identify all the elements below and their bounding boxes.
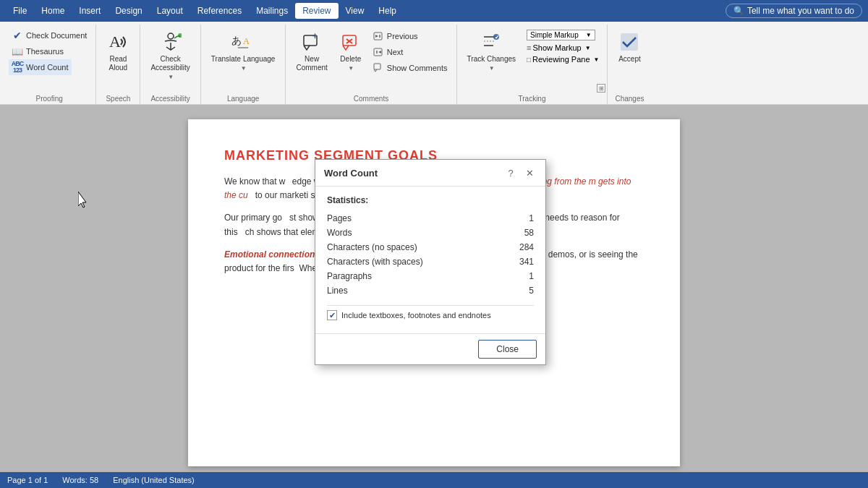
svg-text:✔: ✔ [495, 35, 499, 40]
stats-row: Paragraphs1 [327, 269, 534, 283]
status-page-info: Page 1 of 1 [7, 476, 48, 484]
changes-group-label: Changes [613, 95, 645, 104]
dialog-help-button[interactable]: ? [503, 166, 518, 180]
thesaurus-label: Thesaurus [26, 47, 64, 56]
simple-markup-select[interactable]: Simple Markup ▼ [527, 30, 595, 40]
show-markup-icon: ≡ [527, 43, 531, 52]
previous-comment-button[interactable]: Previous [370, 29, 451, 43]
ribbon-group-changes: Accept Changes [608, 25, 651, 104]
stat-value: 58 [506, 226, 534, 240]
next-comment-button[interactable]: Next [370, 45, 451, 59]
menu-layout[interactable]: Layout [150, 3, 190, 19]
translate-language-button[interactable]: あ A Translate Language ▼ [207, 27, 280, 74]
delete-comment-label: Delete [340, 55, 361, 64]
stats-row: Words58 [327, 226, 534, 240]
svg-rect-14 [374, 64, 380, 69]
simple-markup-arrow: ▼ [586, 32, 592, 38]
stat-value: 341 [506, 254, 534, 269]
reviewing-pane-icon: □ [527, 56, 531, 64]
stat-value: 5 [506, 283, 534, 298]
word-count-button[interactable]: ABC123 Word Count [9, 59, 72, 75]
read-aloud-icon: A [106, 30, 129, 53]
accessibility-dropdown-icon: ▼ [168, 74, 174, 80]
accessibility-group-label: Accessibility [146, 95, 194, 104]
read-aloud-button[interactable]: A ReadAloud [102, 27, 134, 75]
next-icon [373, 46, 384, 58]
statistics-label: Statistics: [327, 195, 534, 205]
show-comments-label: Show Comments [387, 64, 448, 72]
menu-home[interactable]: Home [34, 3, 72, 19]
show-comments-button[interactable]: Show Comments [370, 61, 451, 75]
menu-file[interactable]: File [6, 3, 34, 19]
menu-design[interactable]: Design [108, 3, 149, 19]
menu-insert[interactable]: Insert [72, 3, 108, 19]
menu-bar: File Home Insert Design Layout Reference… [0, 0, 868, 22]
dialog-titlebar: Word Count ? ✕ [315, 160, 545, 187]
include-textboxes-checkbox[interactable]: ✔ [327, 310, 337, 320]
menu-view[interactable]: View [339, 3, 372, 19]
ribbon-group-tracking: ✔ Track Changes ▼ Simple Markup ▼ ≡ Show… [457, 25, 608, 104]
next-label: Next [387, 48, 404, 56]
delete-comment-button[interactable]: Delete ▼ [335, 27, 367, 74]
delete-dropdown-icon: ▼ [348, 65, 354, 72]
translate-language-label: Translate Language [211, 55, 276, 64]
ribbon-group-proofing: ✔ Check Document 📖 Thesaurus ABC123 Word… [3, 25, 96, 104]
menu-review[interactable]: Review [295, 3, 338, 19]
cursor [78, 192, 91, 209]
thesaurus-button[interactable]: 📖 Thesaurus [9, 43, 67, 59]
new-comment-button[interactable]: + NewComment [292, 27, 331, 75]
show-markup-row[interactable]: ≡ Show Markup ▼ [524, 43, 601, 53]
tracking-group-label: Tracking [463, 95, 602, 104]
speech-group-label: Speech [102, 95, 134, 104]
stat-value: 284 [506, 240, 534, 254]
check-accessibility-label: CheckAccessibility [150, 55, 190, 72]
previous-label: Previous [387, 32, 418, 40]
stat-value: 1 [506, 269, 534, 283]
proofing-group-label: Proofing [9, 95, 90, 104]
stats-row: Characters (with spaces)341 [327, 254, 534, 269]
search-icon: 🔍 [733, 6, 744, 16]
language-group-label: Language [207, 95, 280, 104]
dialog-title: Word Count [324, 168, 378, 179]
check-accessibility-icon [159, 30, 182, 53]
reviewing-pane-arrow: ▼ [594, 56, 600, 63]
check-document-label: Check Document [26, 31, 87, 40]
track-changes-label: Track Changes [467, 55, 516, 64]
stat-label: Pages [327, 211, 506, 226]
dialog-close-button[interactable]: ✕ [522, 166, 537, 180]
stat-label: Characters (no spaces) [327, 240, 506, 254]
word-count-label: Word Count [26, 63, 69, 72]
delete-icon [339, 30, 362, 53]
reviewing-pane-label: Reviewing Pane [532, 55, 590, 64]
menu-mailings[interactable]: Mailings [249, 3, 295, 19]
tell-me-label: Tell me what you want to do [747, 6, 854, 16]
word-count-dialog: Word Count ? ✕ Statistics: Pages1Words58… [315, 159, 546, 365]
translate-icon: あ A [231, 30, 255, 53]
dialog-body: Statistics: Pages1Words58Characters (no … [315, 187, 545, 333]
accept-button[interactable]: Accept [613, 27, 645, 66]
tell-me-input[interactable]: 🔍 Tell me what you want to do [726, 4, 862, 18]
svg-point-1 [168, 33, 174, 39]
stat-label: Paragraphs [327, 269, 506, 283]
new-comment-label: NewComment [296, 55, 327, 72]
track-changes-button[interactable]: ✔ Track Changes ▼ [463, 27, 520, 74]
tracking-expand-button[interactable]: ⊞ [597, 84, 605, 93]
thesaurus-icon: 📖 [12, 46, 23, 57]
reviewing-pane-row[interactable]: □ Reviewing Pane ▼ [524, 54, 601, 64]
menu-help[interactable]: Help [371, 3, 404, 19]
track-changes-dropdown-icon: ▼ [489, 65, 495, 72]
word-count-icon: ABC123 [12, 61, 23, 73]
close-dialog-button[interactable]: Close [478, 340, 537, 359]
stats-row: Characters (no spaces)284 [327, 240, 534, 254]
menu-references[interactable]: References [190, 3, 249, 19]
check-document-button[interactable]: ✔ Check Document [9, 27, 90, 43]
include-textboxes-row[interactable]: ✔ Include textboxes, footnotes and endno… [327, 305, 534, 325]
simple-markup-row[interactable]: Simple Markup ▼ [524, 29, 601, 41]
status-words: Words: 58 [62, 476, 98, 484]
stats-row: Lines5 [327, 283, 534, 298]
show-markup-label: Show Markup [532, 43, 581, 52]
ribbon: ✔ Check Document 📖 Thesaurus ABC123 Word… [0, 22, 868, 105]
stats-row: Pages1 [327, 211, 534, 226]
check-accessibility-button[interactable]: CheckAccessibility ▼ [146, 27, 194, 83]
ribbon-group-speech: A ReadAloud Speech [96, 25, 140, 104]
